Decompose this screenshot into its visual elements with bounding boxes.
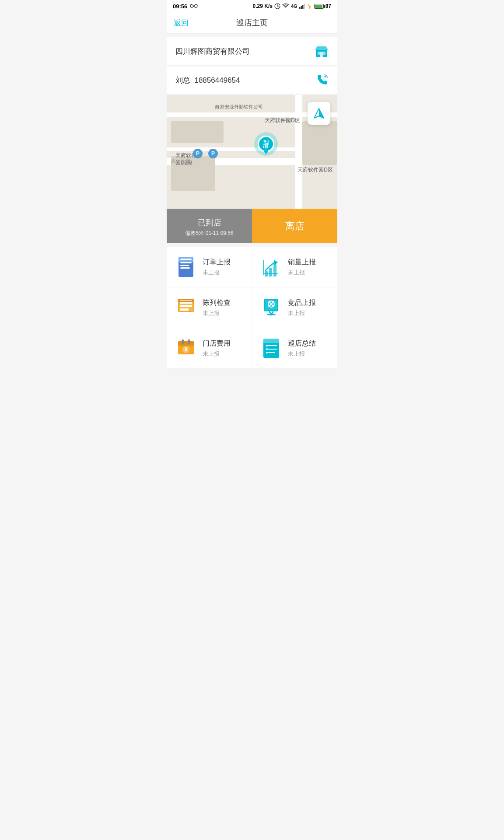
feature-sub-sales: 未上报 [288, 269, 329, 276]
feature-title-summary: 巡店总结 [288, 339, 329, 348]
feature-icon-order [175, 256, 196, 278]
feature-item-order[interactable]: 订单上报 未上报 [167, 247, 252, 287]
contact-info: 刘总 18856449654 [175, 75, 240, 85]
feature-title-compete: 竞品上报 [288, 298, 329, 308]
battery-level: 87 [326, 3, 331, 9]
svg-point-53 [266, 345, 268, 346]
compete-icon [262, 297, 281, 318]
navigate-icon [313, 107, 325, 119]
status-time: 09:56 [173, 3, 187, 10]
order-icon [177, 256, 195, 278]
clock-icon [274, 3, 280, 9]
svg-rect-3 [299, 7, 301, 9]
svg-rect-14 [266, 143, 268, 148]
svg-rect-19 [180, 262, 192, 263]
cost-icon: ¥ [176, 338, 196, 359]
svg-rect-26 [273, 264, 276, 276]
page-title: 巡店主页 [236, 18, 268, 28]
svg-rect-11 [323, 52, 326, 55]
svg-rect-52 [263, 339, 279, 343]
map-label-1: 天府软件园D区 [265, 117, 300, 124]
gaode-logo: 高德地图 [171, 158, 190, 165]
svg-rect-23 [180, 259, 192, 260]
store-name: 四川辉图商贸有限公司 [175, 46, 250, 56]
svg-rect-48 [188, 340, 190, 344]
svg-rect-12 [263, 146, 264, 148]
svg-marker-7 [308, 3, 311, 9]
feature-sub-summary: 未上报 [288, 350, 329, 358]
nav-bar: 返回 巡店主页 [167, 12, 337, 34]
svg-rect-46 [178, 341, 194, 346]
feature-title-display: 陈列检查 [203, 298, 243, 308]
svg-rect-10 [318, 52, 320, 55]
feature-icon-summary [261, 337, 282, 360]
feature-title-order: 订单上报 [203, 258, 243, 267]
feature-title-sales: 销量上报 [288, 258, 329, 267]
signal-icon [299, 4, 305, 9]
svg-text:¥: ¥ [185, 346, 188, 353]
summary-icon [262, 338, 281, 359]
feature-item-cost[interactable]: ¥ 门店费用 未上报 [167, 328, 252, 369]
sales-icon [262, 256, 280, 277]
action-row: 已到店 偏差5米 01-11 09:56 离店 [167, 209, 337, 243]
status-bar: 09:56 0.29 K/s 4G [167, 0, 337, 12]
navigate-button[interactable] [308, 102, 330, 125]
svg-rect-5 [302, 5, 304, 9]
feature-sub-cost: 未上报 [203, 350, 243, 358]
svg-rect-25 [269, 268, 272, 276]
svg-rect-9 [320, 52, 323, 57]
parking-badge: P [193, 149, 203, 158]
battery-icon [314, 4, 324, 9]
feature-sub-display: 未上报 [203, 309, 243, 317]
feature-sub-compete: 未上报 [288, 309, 329, 317]
contact-card: 刘总 18856449654 [167, 66, 337, 94]
leave-button[interactable]: 离店 [252, 209, 337, 243]
back-button[interactable]: 返回 [174, 18, 189, 28]
infinite-icon [190, 3, 198, 9]
wifi-icon [282, 4, 289, 9]
svg-rect-34 [180, 308, 189, 311]
map-label-3: 自家安业外勤软件公司 [215, 104, 263, 110]
feature-title-cost: 门店费用 [203, 339, 243, 348]
feature-item-summary[interactable]: 巡店总结 未上报 [252, 328, 337, 369]
svg-rect-13 [265, 144, 266, 148]
display-icon [176, 297, 196, 318]
map-label-4: 天府软件园D区 [298, 166, 333, 174]
arrived-button[interactable]: 已到店 偏差5米 01-11 09:56 [167, 209, 252, 243]
feature-icon-cost: ¥ [175, 337, 196, 360]
svg-rect-21 [180, 267, 190, 269]
svg-rect-36 [180, 300, 192, 301]
feature-grid: 订单上报 未上报 销量上报 未上报 陈列检查 未上报 [167, 247, 337, 369]
feature-item-sales[interactable]: 销量上报 未上报 [252, 247, 337, 287]
svg-rect-6 [304, 4, 305, 9]
feature-item-compete[interactable]: 竞品上报 未上报 [252, 287, 337, 328]
svg-rect-4 [301, 6, 302, 9]
status-speed: 0.29 K/s [253, 3, 273, 9]
phone-icon[interactable] [315, 74, 329, 87]
parking-badge-2: P [208, 149, 218, 158]
charging-icon [307, 3, 312, 9]
svg-rect-47 [182, 340, 184, 344]
store-icon [315, 44, 329, 58]
feature-icon-sales [261, 256, 282, 278]
svg-point-57 [266, 352, 268, 354]
svg-rect-33 [180, 305, 192, 307]
map-container: 天府软件园D区 天府软件园D2座 自家安业外勤软件公司 天府软件园D区 P P … [167, 95, 337, 209]
feature-icon-display [175, 296, 196, 319]
pin-chart-icon [263, 143, 269, 148]
svg-line-2 [277, 6, 279, 7]
svg-rect-20 [180, 265, 189, 266]
svg-point-55 [266, 348, 268, 350]
feature-sub-order: 未上报 [203, 269, 243, 276]
network-type: 4G [291, 4, 298, 9]
store-name-card: 四川辉图商贸有限公司 [167, 37, 337, 66]
location-pin: 到 [254, 132, 278, 156]
feature-icon-compete [261, 296, 282, 319]
feature-item-display[interactable]: 陈列检查 未上报 [167, 287, 252, 328]
